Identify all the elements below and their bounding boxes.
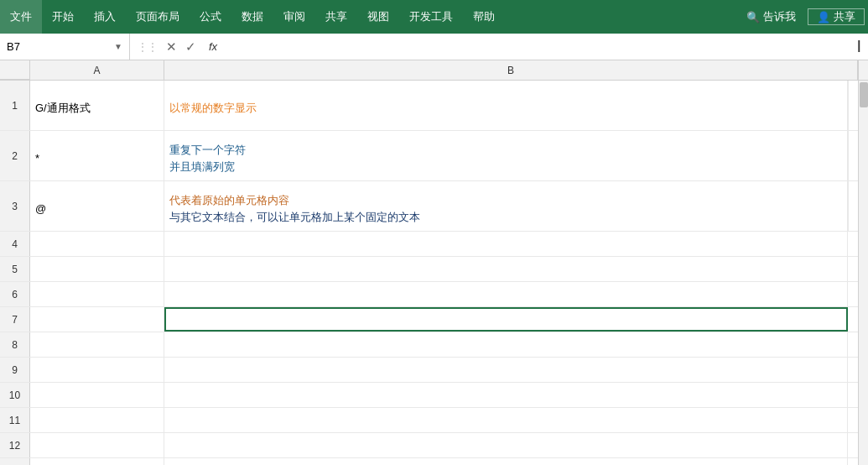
ribbon-review[interactable]: 审阅 [273,0,315,34]
table-row: 2 * 重复下一个字符 并且填满列宽 [0,131,858,181]
cell-2-b-line2: 并且填满列宽 [169,159,235,175]
s9 [848,358,858,382]
table-row: 9 [0,358,858,383]
row-num-8: 8 [0,332,30,357]
row-num-1: 1 [0,81,30,130]
scrollbar-thumb[interactable] [860,82,868,107]
cell-8-b[interactable] [164,332,848,357]
confirm-icon[interactable]: ✓ [183,39,199,55]
formula-bar: B7 ▼ ⋮⋮ ✕ ✓ fx I [0,34,868,60]
cell-11-a[interactable] [30,408,164,432]
ribbon-help[interactable]: 帮助 [463,0,505,34]
cell-8-a[interactable] [30,332,164,357]
formula-cursor: I [856,37,861,56]
vertical-scrollbar[interactable] [858,81,868,465]
formula-bar-icons: ⋮⋮ ✕ ✓ fx [130,39,229,55]
formula-input[interactable] [232,40,865,53]
column-headers: A B [0,60,868,81]
scroll-track-2 [848,131,858,180]
ribbon-home[interactable]: 开始 [42,0,84,34]
col-header-b[interactable]: B [164,60,858,80]
cell-11-b[interactable] [164,408,848,432]
s11 [848,408,858,432]
s13 [848,458,858,465]
cell-12-a[interactable] [30,433,164,457]
cell-6-a[interactable] [30,282,164,306]
ribbon-right-area: 🔍 告诉我 👤 共享 [738,0,868,34]
cell-2-b-line1: 重复下一个字符 [169,143,246,158]
s8 [848,332,858,357]
search-label: 告诉我 [763,9,796,24]
cell-10-b[interactable] [164,383,848,407]
table-row: 5 [0,257,858,282]
ribbon: 文件 开始 插入 页面布局 公式 数据 审阅 共享 视图 开发工具 帮助 🔍 告… [0,0,868,34]
cell-ref-dropdown-icon[interactable]: ▼ [114,42,122,51]
row-num-6: 6 [0,282,30,306]
cell-4-a[interactable] [30,232,164,256]
ribbon-user-button[interactable]: 👤 共享 [808,8,865,25]
cell-13-b[interactable] [164,458,848,465]
cell-7-a[interactable] [30,307,164,332]
cell-3-a[interactable]: @ [30,181,164,231]
scroll-track-1 [848,81,858,130]
s4 [848,232,858,256]
fx-label: fx [202,40,224,53]
table-row: 7 [0,307,858,332]
ribbon-developer[interactable]: 开发工具 [399,0,463,34]
ribbon-insert[interactable]: 插入 [84,0,126,34]
ribbon-share[interactable]: 共享 [315,0,357,34]
table-row: 3 @ 代表着原始的单元格内容 与其它文本结合，可以让单元格加上某个固定的文本 [0,181,858,232]
s12 [848,433,858,457]
s10 [848,383,858,407]
table-row: 1 G/通用格式 以常规的数字显示 [0,81,858,131]
formula-bar-divider-dots: ⋮⋮ [135,41,160,53]
cell-6-b[interactable] [164,282,848,306]
s5 [848,257,858,281]
ribbon-view[interactable]: 视图 [357,0,399,34]
cell-13-a[interactable] [30,458,164,465]
ribbon-page-layout[interactable]: 页面布局 [126,0,190,34]
cell-reference-box[interactable]: B7 ▼ [0,34,130,60]
cell-3-b[interactable]: 代表着原始的单元格内容 与其它文本结合，可以让单元格加上某个固定的文本 [164,181,848,231]
cell-5-a[interactable] [30,257,164,281]
ribbon-formula[interactable]: 公式 [190,0,231,34]
cell-4-b[interactable] [164,232,848,256]
corner-cell [0,60,30,80]
ribbon-data[interactable]: 数据 [231,0,273,34]
cell-1-b[interactable]: 以常规的数字显示 [164,81,848,130]
cell-3-b-line1: 代表着原始的单元格内容 [169,193,289,208]
user-icon: 👤 [817,11,830,24]
cell-5-b[interactable] [164,257,848,281]
s7 [848,307,858,332]
s6 [848,282,858,306]
cell-1-a[interactable]: G/通用格式 [30,81,164,130]
row-num-7: 7 [0,307,30,332]
scroll-corner [858,60,868,80]
row-num-10: 10 [0,383,30,407]
cell-9-a[interactable] [30,358,164,382]
ribbon-search-area[interactable]: 🔍 告诉我 [738,9,804,24]
spreadsheet-body: 1 G/通用格式 以常规的数字显示 2 * 重复下一个字符 并且填满列宽 3 [0,81,868,465]
table-row: 12 [0,433,858,458]
cell-2-a[interactable]: * [30,131,164,180]
cell-12-b[interactable] [164,433,848,457]
ribbon-file[interactable]: 文件 [0,0,42,34]
row-num-5: 5 [0,257,30,281]
spreadsheet: A B 1 G/通用格式 以常规的数字显示 2 * 重复下一个字符 并且填满列宽 [0,60,868,465]
cell-7-b[interactable] [164,307,848,332]
cell-10-a[interactable] [30,383,164,407]
cancel-icon[interactable]: ✕ [164,39,179,55]
row-num-4: 4 [0,232,30,256]
table-row: 6 [0,282,858,307]
row-num-11: 11 [0,408,30,432]
col-header-a[interactable]: A [30,60,164,80]
ribbon-user-label: 共享 [834,9,855,24]
cell-9-b[interactable] [164,358,848,382]
cell-2-b[interactable]: 重复下一个字符 并且填满列宽 [164,131,848,180]
scroll-track-3 [848,181,858,231]
cell-1-b-line1: 以常规的数字显示 [169,101,257,116]
table-row: 11 [0,408,858,433]
table-row: 13 [0,458,858,465]
row-num-2: 2 [0,131,30,180]
cell-ref-value: B7 [7,40,20,53]
